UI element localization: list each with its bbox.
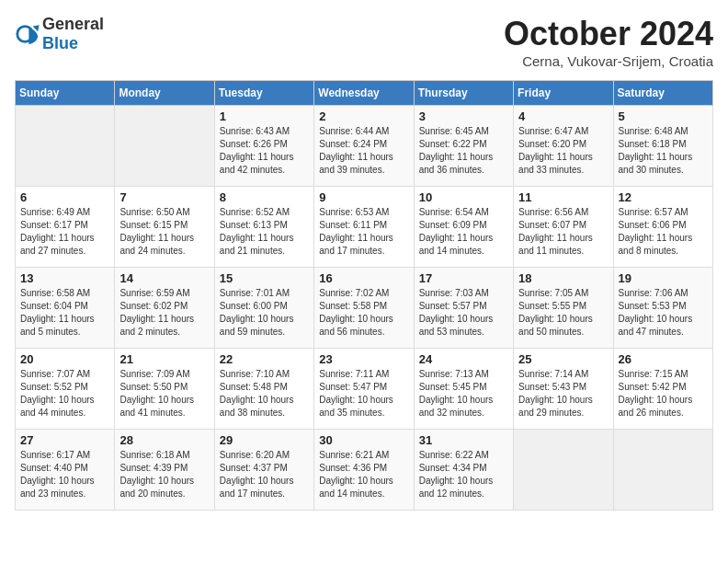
day-info: Sunrise: 6:56 AM Sunset: 6:07 PM Dayligh…: [518, 206, 608, 258]
day-number: 21: [119, 352, 209, 366]
calendar-day-cell: 24Sunrise: 7:13 AM Sunset: 5:45 PM Dayli…: [414, 349, 513, 430]
calendar-day-cell: 5Sunrise: 6:48 AM Sunset: 6:18 PM Daylig…: [613, 106, 712, 187]
calendar-day-cell: [16, 106, 115, 187]
day-number: 24: [419, 352, 508, 366]
day-number: 30: [319, 433, 408, 447]
calendar-day-cell: 13Sunrise: 6:58 AM Sunset: 6:04 PM Dayli…: [16, 268, 115, 349]
logo-text: General Blue: [42, 15, 104, 53]
day-info: Sunrise: 7:06 AM Sunset: 5:53 PM Dayligh…: [619, 287, 708, 339]
weekday-header: Saturday: [613, 81, 712, 106]
calendar-day-cell: 8Sunrise: 6:52 AM Sunset: 6:13 PM Daylig…: [214, 187, 313, 268]
logo-blue: Blue: [42, 34, 78, 52]
calendar-day-cell: 31Sunrise: 6:22 AM Sunset: 4:34 PM Dayli…: [414, 430, 513, 511]
day-info: Sunrise: 6:18 AM Sunset: 4:39 PM Dayligh…: [119, 449, 209, 500]
day-info: Sunrise: 6:45 AM Sunset: 6:22 PM Dayligh…: [419, 125, 508, 177]
calendar-week-row: 13Sunrise: 6:58 AM Sunset: 6:04 PM Dayli…: [16, 268, 713, 349]
calendar-day-cell: [514, 430, 613, 511]
day-number: 15: [220, 271, 309, 285]
day-number: 23: [319, 352, 408, 366]
day-info: Sunrise: 6:49 AM Sunset: 6:17 PM Dayligh…: [20, 206, 109, 258]
calendar-day-cell: 20Sunrise: 7:07 AM Sunset: 5:52 PM Dayli…: [16, 349, 115, 430]
day-info: Sunrise: 6:22 AM Sunset: 4:34 PM Dayligh…: [419, 449, 508, 500]
page-header: General Blue October 2024 Cerna, Vukovar…: [15, 15, 713, 69]
location-subtitle: Cerna, Vukovar-Srijem, Croatia: [504, 53, 713, 69]
weekday-header: Tuesday: [214, 81, 313, 106]
calendar-week-row: 20Sunrise: 7:07 AM Sunset: 5:52 PM Dayli…: [16, 349, 713, 430]
day-info: Sunrise: 7:14 AM Sunset: 5:43 PM Dayligh…: [518, 368, 608, 419]
day-info: Sunrise: 7:15 AM Sunset: 5:42 PM Dayligh…: [619, 368, 708, 419]
calendar-day-cell: 11Sunrise: 6:56 AM Sunset: 6:07 PM Dayli…: [514, 187, 613, 268]
day-info: Sunrise: 7:02 AM Sunset: 5:58 PM Dayligh…: [319, 287, 408, 339]
calendar-day-cell: 19Sunrise: 7:06 AM Sunset: 5:53 PM Dayli…: [613, 268, 712, 349]
weekday-header: Wednesday: [314, 81, 414, 106]
calendar-day-cell: 10Sunrise: 6:54 AM Sunset: 6:09 PM Dayli…: [414, 187, 513, 268]
calendar-day-cell: 26Sunrise: 7:15 AM Sunset: 5:42 PM Dayli…: [613, 349, 712, 430]
day-info: Sunrise: 7:01 AM Sunset: 6:00 PM Dayligh…: [220, 287, 309, 339]
calendar-day-cell: 2Sunrise: 6:44 AM Sunset: 6:24 PM Daylig…: [314, 106, 414, 187]
day-info: Sunrise: 7:09 AM Sunset: 5:50 PM Dayligh…: [119, 368, 209, 419]
calendar-day-cell: 17Sunrise: 7:03 AM Sunset: 5:57 PM Dayli…: [414, 268, 513, 349]
day-info: Sunrise: 6:58 AM Sunset: 6:04 PM Dayligh…: [20, 287, 109, 339]
calendar-day-cell: 15Sunrise: 7:01 AM Sunset: 6:00 PM Dayli…: [214, 268, 313, 349]
weekday-header: Sunday: [16, 81, 115, 106]
calendar-day-cell: 18Sunrise: 7:05 AM Sunset: 5:55 PM Dayli…: [514, 268, 613, 349]
calendar-week-row: 1Sunrise: 6:43 AM Sunset: 6:26 PM Daylig…: [16, 106, 713, 187]
logo: General Blue: [15, 15, 104, 53]
day-number: 13: [20, 271, 109, 285]
day-info: Sunrise: 6:57 AM Sunset: 6:06 PM Dayligh…: [619, 206, 708, 258]
day-number: 5: [619, 109, 708, 123]
day-info: Sunrise: 6:20 AM Sunset: 4:37 PM Dayligh…: [220, 449, 309, 500]
day-number: 28: [119, 433, 209, 447]
day-number: 6: [20, 190, 109, 204]
calendar-day-cell: 9Sunrise: 6:53 AM Sunset: 6:11 PM Daylig…: [314, 187, 414, 268]
day-number: 25: [518, 352, 608, 366]
calendar-day-cell: 25Sunrise: 7:14 AM Sunset: 5:43 PM Dayli…: [514, 349, 613, 430]
day-info: Sunrise: 7:10 AM Sunset: 5:48 PM Dayligh…: [220, 368, 309, 419]
calendar-day-cell: [613, 430, 712, 511]
day-number: 1: [220, 109, 309, 123]
calendar-day-cell: 21Sunrise: 7:09 AM Sunset: 5:50 PM Dayli…: [115, 349, 214, 430]
calendar-day-cell: 12Sunrise: 6:57 AM Sunset: 6:06 PM Dayli…: [613, 187, 712, 268]
day-number: 16: [319, 271, 408, 285]
day-number: 12: [619, 190, 708, 204]
day-number: 9: [319, 190, 408, 204]
calendar-day-cell: 4Sunrise: 6:47 AM Sunset: 6:20 PM Daylig…: [514, 106, 613, 187]
day-info: Sunrise: 7:07 AM Sunset: 5:52 PM Dayligh…: [20, 368, 109, 419]
calendar-day-cell: 1Sunrise: 6:43 AM Sunset: 6:26 PM Daylig…: [214, 106, 313, 187]
logo-general: General: [42, 15, 104, 33]
calendar-day-cell: 14Sunrise: 6:59 AM Sunset: 6:02 PM Dayli…: [115, 268, 214, 349]
calendar-week-row: 27Sunrise: 6:17 AM Sunset: 4:40 PM Dayli…: [16, 430, 713, 511]
day-info: Sunrise: 6:53 AM Sunset: 6:11 PM Dayligh…: [319, 206, 408, 258]
day-number: 29: [220, 433, 309, 447]
day-number: 18: [518, 271, 608, 285]
day-number: 31: [419, 433, 508, 447]
title-area: October 2024 Cerna, Vukovar-Srijem, Croa…: [504, 15, 713, 69]
day-number: 27: [20, 433, 109, 447]
month-title: October 2024: [504, 15, 713, 53]
day-info: Sunrise: 7:13 AM Sunset: 5:45 PM Dayligh…: [419, 368, 508, 419]
day-info: Sunrise: 6:43 AM Sunset: 6:26 PM Dayligh…: [220, 125, 309, 177]
day-info: Sunrise: 6:47 AM Sunset: 6:20 PM Dayligh…: [518, 125, 608, 177]
day-number: 3: [419, 109, 508, 123]
day-info: Sunrise: 6:59 AM Sunset: 6:02 PM Dayligh…: [119, 287, 209, 339]
calendar-day-cell: 27Sunrise: 6:17 AM Sunset: 4:40 PM Dayli…: [16, 430, 115, 511]
calendar-day-cell: 22Sunrise: 7:10 AM Sunset: 5:48 PM Dayli…: [214, 349, 313, 430]
day-number: 11: [518, 190, 608, 204]
weekday-header: Thursday: [414, 81, 513, 106]
day-number: 10: [419, 190, 508, 204]
day-number: 20: [20, 352, 109, 366]
calendar-day-cell: 7Sunrise: 6:50 AM Sunset: 6:15 PM Daylig…: [115, 187, 214, 268]
day-info: Sunrise: 6:54 AM Sunset: 6:09 PM Dayligh…: [419, 206, 508, 258]
day-info: Sunrise: 7:03 AM Sunset: 5:57 PM Dayligh…: [419, 287, 508, 339]
day-info: Sunrise: 6:48 AM Sunset: 6:18 PM Dayligh…: [619, 125, 708, 177]
weekday-header-row: SundayMondayTuesdayWednesdayThursdayFrid…: [16, 81, 713, 106]
calendar-day-cell: [115, 106, 214, 187]
day-info: Sunrise: 6:17 AM Sunset: 4:40 PM Dayligh…: [20, 449, 109, 500]
calendar-week-row: 6Sunrise: 6:49 AM Sunset: 6:17 PM Daylig…: [16, 187, 713, 268]
day-number: 26: [619, 352, 708, 366]
calendar-day-cell: 23Sunrise: 7:11 AM Sunset: 5:47 PM Dayli…: [314, 349, 414, 430]
day-number: 22: [220, 352, 309, 366]
logo-icon: [15, 21, 40, 47]
calendar-day-cell: 29Sunrise: 6:20 AM Sunset: 4:37 PM Dayli…: [214, 430, 313, 511]
weekday-header: Friday: [514, 81, 613, 106]
